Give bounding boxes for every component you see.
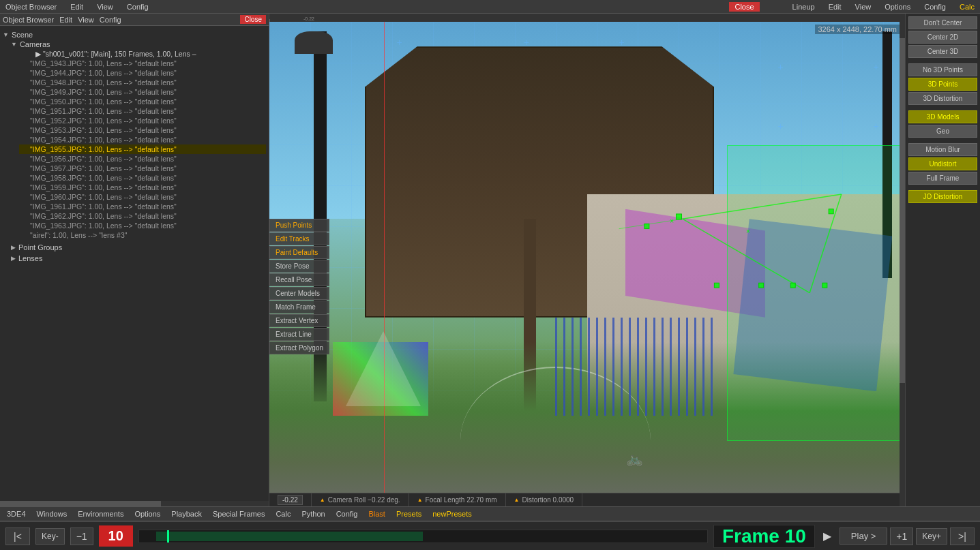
key-plus-button[interactable]: Key+ [916,528,947,545]
viewport-image: + + + + + + + + + [269,22,905,506]
ob-menu-object-browser[interactable]: Object Browser [3,16,54,24]
go-start-button[interactable]: |< [5,528,30,545]
menu-view-left[interactable]: View [94,3,116,11]
camera-image-item[interactable]: "IMG_1955.JPG": 1.00, Lens --> "default … [19,144,266,154]
scene-label: Scene [12,31,33,39]
3d-models-button[interactable]: 3D Models [908,110,977,123]
store-pose-button[interactable]: Store Pose [269,260,329,273]
camera-image-item[interactable]: "IMG_1963.JPG": 1.00, Lens --> "default … [19,221,266,230]
bmenu-blast[interactable]: Blast [367,510,386,518]
camera-image-item[interactable]: "IMG_1950.JPG": 1.00, Lens --> "default … [19,97,266,106]
bmenu-calc[interactable]: Calc [274,510,292,518]
menu-lineup[interactable]: Lineup [790,3,818,11]
point-groups-header[interactable]: ▶ Point Groups [11,243,266,252]
menu-options[interactable]: Options [882,3,913,11]
bmenu-windows[interactable]: Windows [35,510,69,518]
3d-points-button[interactable]: 3D Points [908,78,977,91]
minus-one-button[interactable]: −1 [70,528,93,545]
bmenu-python[interactable]: Python [300,510,326,518]
geo-button[interactable]: Geo [908,125,977,138]
lenses-header[interactable]: ▶ Lenses [11,254,266,263]
camera-image-item[interactable]: "IMG_1948.JPG": 1.00, Lens --> "default … [19,78,266,87]
extract-line-button[interactable]: Extract Line [269,328,329,341]
edit-tracks-button[interactable]: Edit Tracks [269,232,329,245]
menu-edit-left[interactable]: Edit [68,3,86,11]
camera-image-item[interactable]: "IMG_1952.JPG": 1.00, Lens --> "default … [19,116,266,125]
menu-view-right[interactable]: View [852,3,874,11]
camera-image-item[interactable]: "IMG_1960.JPG": 1.00, Lens --> "default … [19,192,266,202]
key-minus-button[interactable]: Key- [35,528,65,545]
ob-menu-config[interactable]: Config [100,16,121,24]
action-buttons-panel: Push Points Edit Tracks Paint Defaults S… [269,219,329,354]
jo-distortion-button[interactable]: JO Distortion [908,190,977,203]
push-points-button[interactable]: Push Points [269,219,329,232]
center-2d-button[interactable]: Center 2D [908,31,977,44]
bmenu-special-frames[interactable]: Special Frames [211,510,266,518]
viewport[interactable]: -0.22 + + + + + [269,14,905,506]
status-focal-length: ▲ Focal Length 22.70 mm [409,493,506,506]
menu-calc[interactable]: Calc [957,3,977,11]
3d-distortion-button[interactable]: 3D Distortion [908,92,977,105]
camera-image-item[interactable]: "IMG_1958.JPG": 1.00, Lens --> "default … [19,173,266,183]
right-buttons-panel: Don't Center Center 2D Center 3D No 3D P… [905,14,980,506]
ob-menu-view[interactable]: View [78,16,94,24]
bmenu-newpresets[interactable]: newPresets [431,510,473,518]
ob-menu-edit[interactable]: Edit [59,16,72,24]
ob-close-button[interactable]: Close [240,15,266,24]
bmenu-environments[interactable]: Environments [76,510,125,518]
camera-main-item[interactable]: ▶ "sh001_v001": [Main], 150 Frames, 1.00… [19,49,266,59]
full-frame-button[interactable]: Full Frame [908,172,977,185]
recall-pose-button[interactable]: Recall Pose [269,273,329,286]
bottom-menubar: 3DE4 Windows Environments Options Playba… [0,506,980,521]
play-button[interactable]: Play > [840,528,888,545]
viewport-info: 3264 x 2448, 22.70 mm [815,25,900,34]
timeline-bar[interactable] [138,530,708,543]
match-frame-button[interactable]: Match Frame [269,301,329,314]
focal-length-label: Focal Length 22.70 mm [426,496,497,504]
camera-image-item[interactable]: "IMG_1943.JPG": 1.00, Lens --> "default … [19,59,266,68]
menu-config-left[interactable]: Config [124,3,151,11]
bmenu-playback[interactable]: Playback [170,510,203,518]
viewport-scrollbar-v[interactable] [900,14,905,506]
motion-blur-button[interactable]: Motion Blur [908,143,977,156]
center-models-button[interactable]: Center Models [269,287,329,300]
camera-image-item[interactable]: "IMG_1959.JPG": 1.00, Lens --> "default … [19,183,266,192]
bmenu-options[interactable]: Options [133,510,162,518]
camera-image-item[interactable]: "IMG_1944.JPG": 1.00, Lens --> "default … [19,68,266,78]
undistort-button[interactable]: Undistort [908,157,977,170]
camera-image-item[interactable]: "IMG_1953.JPG": 1.00, Lens --> "default … [19,125,266,135]
camera-image-item[interactable]: "airel": 1.00, Lens --> "lens #3" [19,230,266,240]
camera-image-item[interactable]: "IMG_1949.JPG": 1.00, Lens --> "default … [19,87,266,97]
center-3d-button[interactable]: Center 3D [908,45,977,58]
extract-polygon-button[interactable]: Extract Polygon [269,341,329,354]
menu-close[interactable]: Close [729,2,759,12]
camera-main-arrow: ▶ [35,50,43,58]
menu-edit-right[interactable]: Edit [826,3,844,11]
bmenu-presets[interactable]: Presets [395,510,423,518]
horizontal-scrollbar[interactable] [0,501,269,506]
extract-vertex-button[interactable]: Extract Vertex [269,314,329,327]
focal-length-icon: ▲ [417,497,423,503]
paint-defaults-button[interactable]: Paint Defaults [269,246,329,259]
green-rect-overlay [727,145,905,441]
cameras-header[interactable]: ▼ Cameras [11,40,266,49]
plus-one-button[interactable]: +1 [890,528,913,545]
menu-config-right[interactable]: Config [921,3,949,11]
dont-center-button[interactable]: Don't Center [908,16,977,29]
playback-bar: |< Key- −1 10 Frame 10 ▶ Play > +1 Key+ … [0,521,980,550]
camera-image-item[interactable]: "IMG_1954.JPG": 1.00, Lens --> "default … [19,135,266,144]
menu-object-browser[interactable]: Object Browser [3,3,59,11]
camera-image-item[interactable]: "IMG_1961.JPG": 1.00, Lens --> "default … [19,202,266,211]
camera-image-item[interactable]: "IMG_1962.JPG": 1.00, Lens --> "default … [19,211,266,221]
bmenu-config[interactable]: Config [335,510,359,518]
bmenu-3de4[interactable]: 3DE4 [5,510,27,518]
camera-image-item[interactable]: "IMG_1951.JPG": 1.00, Lens --> "default … [19,106,266,116]
scene-header[interactable]: ▼ Scene [3,30,266,40]
camera-image-item[interactable]: "IMG_1957.JPG": 1.00, Lens --> "default … [19,164,266,173]
camera-image-item[interactable]: "IMG_1956.JPG": 1.00, Lens --> "default … [19,154,266,164]
status-ruler-value: -0.22 [269,493,312,506]
lenses-arrow: ▶ [11,255,16,262]
svg-text:-0.22: -0.22 [303,16,314,21]
go-end-button[interactable]: >| [950,528,975,545]
no-3d-points-button[interactable]: No 3D Points [908,63,977,76]
